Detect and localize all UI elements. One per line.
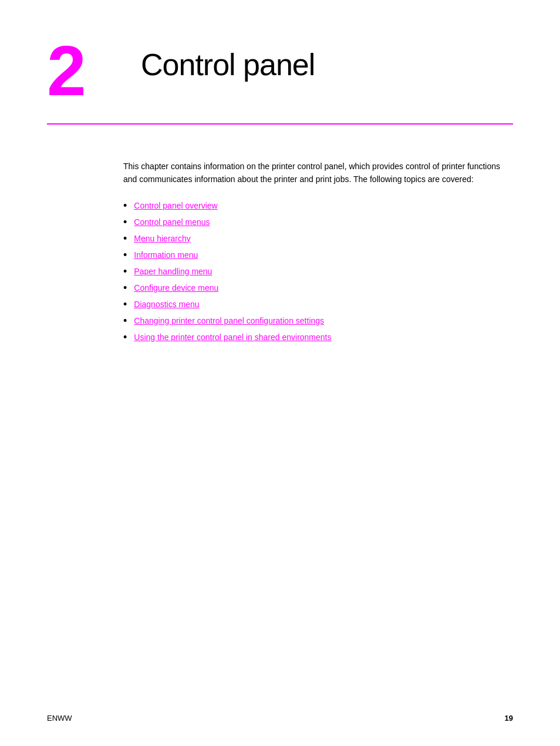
bullet-icon: • — [123, 299, 127, 310]
bullet-icon: • — [123, 283, 127, 293]
topic-link-5[interactable]: Configure device menu — [134, 283, 218, 293]
topic-link-2[interactable]: Menu hierarchy — [134, 234, 191, 243]
list-item: •Changing printer control panel configur… — [123, 315, 513, 326]
page-container: 2 Control panel This chapter contains in… — [0, 0, 560, 746]
bullet-icon: • — [123, 200, 127, 211]
content-section: This chapter contains information on the… — [47, 160, 513, 342]
list-item: •Configure device menu — [123, 283, 513, 293]
intro-paragraph: This chapter contains information on the… — [123, 160, 513, 186]
bullet-icon: • — [123, 250, 127, 260]
bullet-icon: • — [123, 315, 127, 326]
list-item: •Menu hierarchy — [123, 233, 513, 244]
list-item: •Paper handling menu — [123, 266, 513, 277]
chapter-number: 2 — [47, 35, 117, 106]
chapter-title: Control panel — [141, 35, 315, 82]
footer-page-number: 19 — [505, 714, 513, 723]
topic-link-3[interactable]: Information menu — [134, 250, 198, 260]
bullet-icon: • — [123, 217, 127, 227]
list-item: •Using the printer control panel in shar… — [123, 332, 513, 342]
topic-link-6[interactable]: Diagnostics menu — [134, 300, 199, 309]
topic-link-4[interactable]: Paper handling menu — [134, 267, 212, 276]
list-item: •Diagnostics menu — [123, 299, 513, 310]
footer-left-label: ENWW — [47, 714, 72, 723]
topic-link-0[interactable]: Control panel overview — [134, 201, 217, 210]
topic-link-8[interactable]: Using the printer control panel in share… — [134, 332, 331, 342]
bullet-icon: • — [123, 266, 127, 277]
topics-list: •Control panel overview•Control panel me… — [123, 200, 513, 342]
bullet-icon: • — [123, 332, 127, 342]
topic-link-7[interactable]: Changing printer control panel configura… — [134, 316, 324, 325]
bullet-icon: • — [123, 233, 127, 244]
list-item: •Information menu — [123, 250, 513, 260]
topic-link-1[interactable]: Control panel menus — [134, 217, 210, 227]
list-item: •Control panel menus — [123, 217, 513, 227]
chapter-header: 2 Control panel — [47, 35, 513, 125]
list-item: •Control panel overview — [123, 200, 513, 211]
footer: ENWW 19 — [47, 714, 513, 723]
